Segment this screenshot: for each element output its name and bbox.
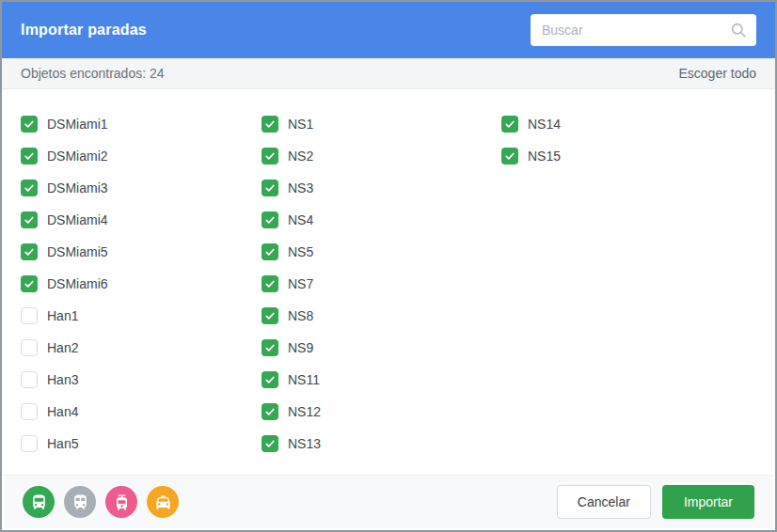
results-bar: Objetos encontrados: 24 Escoger todo	[2, 58, 775, 89]
checkbox-checked-icon[interactable]	[262, 403, 278, 420]
stop-label: DSMiami2	[47, 149, 108, 164]
checkbox-checked-icon[interactable]	[262, 371, 278, 388]
stop-checkbox-item[interactable]: NS3	[262, 180, 501, 196]
stop-checkbox-item[interactable]: NS1	[262, 116, 501, 133]
stop-checkbox-item[interactable]: DSMiami2	[21, 148, 262, 164]
checkbox-checked-icon[interactable]	[262, 307, 278, 324]
checkbox-checked-icon[interactable]	[21, 148, 38, 164]
select-all-link[interactable]: Escoger todo	[679, 66, 757, 81]
tram-filter-button[interactable]	[105, 486, 137, 518]
stop-label: NS1	[288, 117, 313, 132]
stop-label: DSMiami1	[47, 117, 108, 132]
stop-label: DSMiami5	[47, 244, 108, 259]
stop-checkbox-item[interactable]: NS7	[262, 275, 501, 292]
checkbox-checked-icon[interactable]	[21, 243, 38, 260]
stop-checkbox-item[interactable]: NS4	[262, 211, 501, 228]
checkbox-unchecked-icon[interactable]	[21, 371, 38, 388]
stop-label: Han5	[47, 436, 78, 451]
dialog-footer: Cancelar Importar	[4, 475, 773, 528]
trolleybus-filter-button[interactable]	[64, 486, 96, 518]
stop-checkbox-item[interactable]: DSMiami6	[21, 275, 262, 292]
stop-label: NS5	[288, 244, 313, 259]
stop-checkbox-item[interactable]: NS13	[262, 435, 501, 452]
stop-label: NS2	[288, 149, 313, 164]
stop-label: Han1	[47, 308, 78, 323]
checkbox-checked-icon[interactable]	[21, 275, 38, 292]
tram-icon	[113, 493, 131, 511]
stop-label: DSMiami4	[47, 212, 108, 227]
stop-label: NS13	[288, 436, 321, 451]
stop-checkbox-item[interactable]: NS9	[262, 339, 501, 356]
checkbox-checked-icon[interactable]	[501, 148, 518, 164]
stop-label: NS9	[288, 340, 313, 355]
stop-checkbox-item[interactable]: Han3	[21, 371, 262, 388]
stop-label: NS11	[288, 372, 320, 387]
checkbox-checked-icon[interactable]	[262, 180, 278, 196]
checkbox-checked-icon[interactable]	[262, 211, 278, 228]
stop-checkbox-item[interactable]: NS15	[501, 148, 756, 164]
checkbox-checked-icon[interactable]	[262, 435, 278, 452]
transport-filters	[23, 486, 179, 518]
checkbox-checked-icon[interactable]	[262, 243, 278, 260]
stops-list: DSMiami1DSMiami2DSMiami3DSMiami4DSMiami5…	[2, 89, 775, 445]
dialog-title: Importar paradas	[21, 22, 147, 39]
stop-label: NS3	[288, 180, 313, 196]
checkbox-checked-icon[interactable]	[21, 180, 38, 196]
bus-icon	[30, 493, 48, 511]
stop-checkbox-item[interactable]: Han5	[21, 435, 262, 452]
trolleybus-icon	[71, 493, 89, 511]
checkbox-checked-icon[interactable]	[262, 339, 278, 356]
stop-checkbox-item[interactable]: DSMiami3	[21, 180, 262, 196]
stop-label: Han3	[47, 372, 78, 387]
stop-checkbox-item[interactable]: Han1	[21, 307, 262, 324]
stop-label: DSMiami6	[47, 276, 108, 291]
stop-label: Han2	[47, 340, 78, 355]
taxi-filter-button[interactable]	[147, 486, 179, 518]
checkbox-unchecked-icon[interactable]	[21, 403, 38, 420]
search-icon	[729, 21, 748, 39]
stop-checkbox-item[interactable]: NS5	[262, 243, 501, 260]
stop-checkbox-item[interactable]: NS8	[262, 307, 501, 324]
stop-label: NS8	[288, 308, 313, 323]
checkbox-checked-icon[interactable]	[501, 116, 518, 133]
search-input[interactable]	[531, 14, 756, 46]
import-button[interactable]: Importar	[662, 485, 754, 519]
stop-label: NS12	[288, 404, 321, 419]
dialog-header: Importar paradas	[2, 2, 775, 58]
checkbox-checked-icon[interactable]	[262, 148, 278, 164]
checkbox-checked-icon[interactable]	[262, 116, 278, 133]
stop-checkbox-item[interactable]: DSMiami5	[21, 243, 262, 260]
checkbox-unchecked-icon[interactable]	[21, 435, 38, 452]
bus-filter-button[interactable]	[23, 486, 55, 518]
checkbox-unchecked-icon[interactable]	[21, 307, 38, 324]
search-box	[531, 14, 756, 46]
checkbox-unchecked-icon[interactable]	[21, 339, 38, 356]
stop-checkbox-item[interactable]: NS11	[262, 371, 501, 388]
taxi-icon	[154, 493, 172, 511]
stop-label: NS14	[528, 117, 561, 132]
stop-label: Han4	[47, 404, 78, 419]
stop-checkbox-item[interactable]: Han2	[21, 339, 262, 356]
objects-found-label: Objetos encontrados: 24	[21, 66, 165, 81]
stop-label: NS7	[288, 276, 313, 291]
checkbox-checked-icon[interactable]	[21, 211, 38, 228]
stop-label: NS15	[528, 149, 561, 164]
stop-label: DSMiami3	[47, 180, 108, 196]
stop-checkbox-item[interactable]: Han4	[21, 403, 262, 420]
stop-checkbox-item[interactable]: NS14	[501, 116, 756, 133]
stop-checkbox-item[interactable]: DSMiami1	[21, 116, 262, 133]
checkbox-checked-icon[interactable]	[21, 116, 38, 133]
stop-checkbox-item[interactable]: DSMiami4	[21, 211, 262, 228]
footer-actions: Cancelar Importar	[557, 485, 754, 519]
checkbox-checked-icon[interactable]	[262, 275, 278, 292]
import-stops-dialog: Importar paradas Objetos encontrados: 24…	[0, 0, 777, 532]
cancel-button[interactable]: Cancelar	[557, 485, 651, 519]
stop-checkbox-item[interactable]: NS2	[262, 148, 501, 164]
stop-checkbox-item[interactable]: NS12	[262, 403, 501, 420]
stop-label: NS4	[288, 212, 313, 227]
